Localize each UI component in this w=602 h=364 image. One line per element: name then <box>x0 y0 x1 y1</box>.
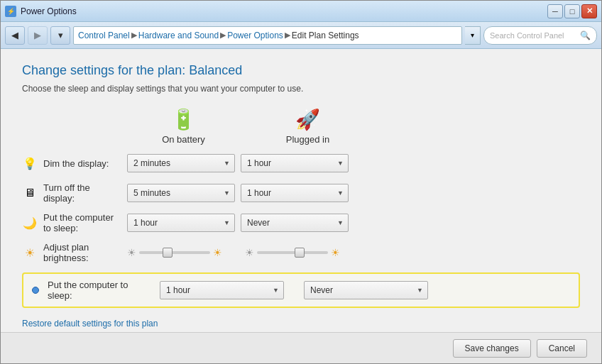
brightness-label: Adjust plan brightness: <box>43 242 121 263</box>
battery-label: On battery <box>162 134 205 145</box>
sleep-battery-dropdown[interactable]: 1 hour ▼ <box>127 214 235 232</box>
monitor-icon: 🖥 <box>22 185 38 201</box>
brightness-row-icon: ☀ <box>22 245 38 260</box>
highlighted-sleep-section: Put the computer to sleep: 1 hour ▼ Neve… <box>22 272 580 308</box>
dim-display-icon: 💡 <box>22 155 38 171</box>
maximize-button[interactable]: □ <box>564 4 580 18</box>
title-bar-controls: ─ □ ✕ <box>547 4 597 18</box>
brightness-low-icon: ☀ <box>127 247 136 258</box>
search-bar[interactable]: Search Control Panel 🔍 <box>483 26 597 45</box>
plugged-brightness-slider[interactable] <box>257 251 328 254</box>
plugged-column-header: 🚀 Plugged in <box>246 108 370 145</box>
search-icon[interactable]: 🔍 <box>580 31 591 40</box>
title-bar: ⚡ Power Options ─ □ ✕ <box>1 1 601 22</box>
back-button[interactable]: ◀ <box>5 26 25 45</box>
breadcrumb-dropdown-button[interactable]: ▾ <box>465 26 481 45</box>
breadcrumb-hardware[interactable]: Hardware and Sound <box>138 31 219 40</box>
content-area: Change settings for the plan: Balanced C… <box>1 49 601 332</box>
chevron-down-icon: ▼ <box>224 219 230 226</box>
app-icon: ⚡ <box>5 6 16 17</box>
plugged-brightness-thumb[interactable] <box>295 248 305 258</box>
chevron-down-icon: ▼ <box>337 189 344 197</box>
breadcrumb: Control Panel ▶ Hardware and Sound ▶ Pow… <box>73 26 462 45</box>
sleep-plugged-dropdown[interactable]: Never ▼ <box>241 214 349 232</box>
battery-column-header: 🔋 On battery <box>121 108 246 145</box>
turn-off-display-label: Turn off the display: <box>43 182 121 204</box>
footer-bar: Save changes Cancel <box>1 332 601 363</box>
chevron-down-icon: ▼ <box>417 287 423 294</box>
highlighted-sleep-plugged-dropdown[interactable]: Never ▼ <box>304 281 428 299</box>
search-placeholder: Search Control Panel <box>490 31 564 40</box>
minimize-button[interactable]: ─ <box>547 4 563 18</box>
highlighted-sleep-battery-dropdown[interactable]: 1 hour ▼ <box>160 281 284 299</box>
plugged-brightness-slider-container: ☀ ☀ <box>245 247 340 258</box>
sleep-dot-indicator <box>32 287 39 294</box>
breadcrumb-edit-plan: Edit Plan Settings <box>292 31 359 40</box>
battery-brightness-slider[interactable] <box>139 251 210 254</box>
save-changes-button[interactable]: Save changes <box>453 339 531 358</box>
battery-icon: 🔋 <box>171 108 196 131</box>
restore-defaults-link[interactable]: Restore default settings for this plan <box>22 319 158 329</box>
chevron-down-icon: ▼ <box>224 160 230 167</box>
plugged-label: Plugged in <box>286 134 329 145</box>
forward-button[interactable]: ▶ <box>28 26 48 45</box>
chevron-down-icon: ▼ <box>337 160 344 167</box>
title-bar-left: ⚡ Power Options <box>5 6 77 17</box>
restore-section: Restore default settings for this plan <box>22 318 580 329</box>
breadcrumb-power-options[interactable]: Power Options <box>227 31 283 40</box>
plugged-icon: 🚀 <box>295 108 320 131</box>
page-subtitle: Choose the sleep and display settings th… <box>22 84 580 94</box>
turn-off-display-row: 🖥 Turn off the display: 5 minutes ▼ 1 ho… <box>22 180 580 206</box>
settings-rows: 💡 Dim the display: 2 minutes ▼ 1 hour ▼ … <box>22 150 580 265</box>
chevron-down-icon: ▼ <box>337 219 344 226</box>
dim-display-battery-dropdown[interactable]: 2 minutes ▼ <box>127 154 235 172</box>
cancel-button[interactable]: Cancel <box>537 339 587 358</box>
close-button[interactable]: ✕ <box>581 4 597 18</box>
chevron-down-icon: ▼ <box>273 287 279 294</box>
dim-display-label: Dim the display: <box>43 158 121 169</box>
brightness-high-icon: ☀ <box>213 247 222 258</box>
turn-off-display-plugged-dropdown[interactable]: 1 hour ▼ <box>241 184 349 202</box>
main-window: ⚡ Power Options ─ □ ✕ ◀ ▶ ▾ Control Pane… <box>0 0 602 364</box>
page-title: Change settings for the plan: Balanced <box>22 63 580 78</box>
recent-pages-button[interactable]: ▾ <box>50 26 70 45</box>
dim-display-plugged-dropdown[interactable]: 1 hour ▼ <box>241 154 349 172</box>
sleep-row: 🌙 Put the computer to sleep: 1 hour ▼ Ne… <box>22 210 580 236</box>
chevron-down-icon: ▼ <box>224 189 230 197</box>
sleep-label: Put the computer to sleep: <box>43 212 121 233</box>
address-bar: ◀ ▶ ▾ Control Panel ▶ Hardware and Sound… <box>1 22 601 49</box>
sleep-icon: 🌙 <box>22 215 38 231</box>
battery-brightness-thumb[interactable] <box>163 248 173 258</box>
breadcrumb-control-panel[interactable]: Control Panel <box>78 31 130 40</box>
battery-brightness-slider-container: ☀ ☀ <box>127 247 222 258</box>
highlighted-sleep-label: Put the computer to sleep: <box>48 280 154 301</box>
brightness-low-icon-plugged: ☀ <box>245 247 254 258</box>
turn-off-display-battery-dropdown[interactable]: 5 minutes ▼ <box>127 184 235 202</box>
column-headers: 🔋 On battery 🚀 Plugged in <box>121 108 580 145</box>
brightness-high-icon-plugged: ☀ <box>331 247 340 258</box>
brightness-row: ☀ Adjust plan brightness: ☀ ☀ ☀ ☀ <box>22 240 580 265</box>
dim-display-row: 💡 Dim the display: 2 minutes ▼ 1 hour ▼ <box>22 150 580 176</box>
window-title: Power Options <box>21 6 77 16</box>
